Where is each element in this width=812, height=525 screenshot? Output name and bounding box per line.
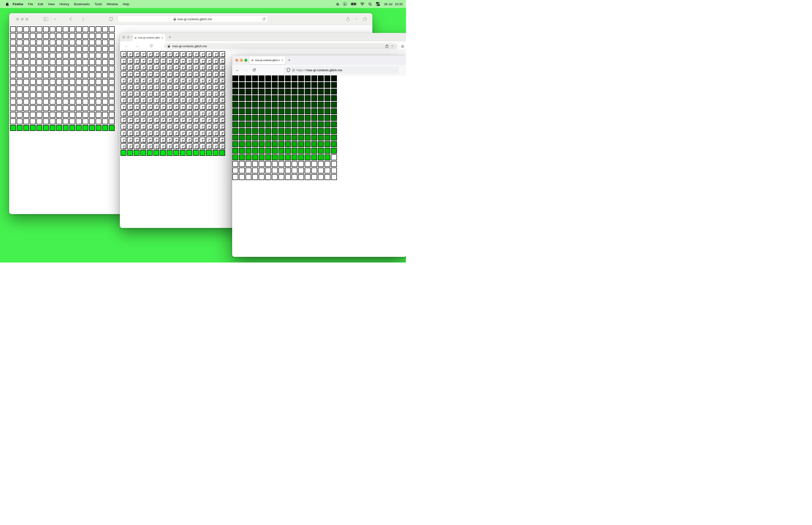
chrome-address-bar[interactable]: max-gl-contexts.glitch.me ☆ xyxy=(164,43,398,49)
battery-charging-icon[interactable] xyxy=(351,3,356,5)
google-icon[interactable]: G xyxy=(336,2,339,6)
grid-cell xyxy=(76,33,82,39)
broken-image-icon: ×ˇ xyxy=(169,126,172,129)
broken-image-icon: ×ˇ xyxy=(169,106,172,109)
minimize-button[interactable] xyxy=(21,18,24,21)
grid-cell: ×ˇ xyxy=(121,64,126,70)
lock-icon[interactable] xyxy=(292,70,294,72)
broken-image-icon: ×ˇ xyxy=(202,67,205,70)
forward-button[interactable]: → xyxy=(135,44,139,48)
forward-button[interactable] xyxy=(82,13,85,25)
grid-cell xyxy=(318,89,324,94)
grid-cell xyxy=(109,112,114,118)
firefox-address-bar[interactable]: https:// max-gl-contexts.glitch.me xyxy=(284,66,399,74)
broken-image-icon: ×ˇ xyxy=(196,54,199,57)
grid-cell: ×ˇ xyxy=(193,137,199,142)
grid-cell xyxy=(246,75,251,81)
grid-cell xyxy=(82,99,88,105)
reload-button[interactable] xyxy=(252,65,256,75)
grid-cell xyxy=(324,95,330,101)
grid-cell xyxy=(278,95,284,101)
wifi-icon[interactable] xyxy=(360,2,364,6)
chrome-tab-strip: ∞ max-gl-contexts.glitch.me × + xyxy=(120,33,406,41)
broken-image-icon: ×ˇ xyxy=(209,126,212,129)
grid-cell xyxy=(56,105,62,111)
grid-cell xyxy=(82,40,88,45)
close-button[interactable] xyxy=(122,36,125,39)
broken-image-icon: ×ˇ xyxy=(202,126,205,129)
menu-app-name[interactable]: Firefox xyxy=(10,2,26,6)
grid-cell: ×ˇ xyxy=(206,91,212,96)
chevron-down-icon[interactable] xyxy=(54,18,56,20)
back-button[interactable]: ← xyxy=(235,65,240,75)
grid-cell xyxy=(259,141,264,147)
forward-button[interactable]: → xyxy=(244,65,248,75)
grid-cell xyxy=(285,75,291,81)
menu-view[interactable]: View xyxy=(46,2,57,6)
grid-cell xyxy=(298,141,304,147)
tab-close-icon[interactable]: × xyxy=(162,36,163,40)
broken-image-icon: ×ˇ xyxy=(196,87,199,90)
grid-cell xyxy=(49,52,56,59)
broken-image-icon: ×ˇ xyxy=(143,126,146,129)
grid-cell: ×ˇ xyxy=(140,117,146,123)
tab-close-icon[interactable]: × xyxy=(281,59,283,62)
menu-tools[interactable]: Tools xyxy=(92,2,105,6)
firefox-active-tab[interactable]: ∞ max-gl-contexts.glitch.me/ × xyxy=(249,56,286,64)
apple-menu-icon[interactable] xyxy=(3,2,10,6)
share-icon[interactable] xyxy=(385,44,388,48)
back-button[interactable]: ← xyxy=(124,44,128,48)
grid-cell xyxy=(102,72,108,78)
close-button[interactable] xyxy=(16,18,19,21)
menu-bookmarks[interactable]: Bookmarks xyxy=(72,2,92,6)
back-button[interactable] xyxy=(69,13,72,25)
tab-overview-icon[interactable] xyxy=(363,17,367,21)
share-icon[interactable] xyxy=(346,17,350,21)
zoom-button[interactable] xyxy=(244,59,247,62)
menu-window[interactable]: Window xyxy=(104,2,120,6)
broken-image-icon: ×ˇ xyxy=(182,73,185,76)
search-icon[interactable] xyxy=(368,2,372,6)
grid-cell: ×ˇ xyxy=(219,58,225,64)
grid-cell: ×ˇ xyxy=(147,51,153,57)
new-tab-button[interactable]: + xyxy=(169,33,171,41)
menu-file[interactable]: File xyxy=(26,2,35,6)
grid-cell: ×ˇ xyxy=(199,117,205,123)
grid-cell: ×ˇ xyxy=(140,84,146,90)
bookmark-star-icon[interactable]: ☆ xyxy=(391,44,394,48)
extensions-puzzle-icon[interactable] xyxy=(401,44,405,48)
zoom-button[interactable] xyxy=(25,18,28,21)
new-tab-icon[interactable]: + xyxy=(355,16,357,21)
play-circle-icon[interactable]: ▶ xyxy=(343,2,347,6)
broken-image-icon: ×ˇ xyxy=(156,113,159,116)
grid-cell xyxy=(331,148,337,154)
grid-cell xyxy=(23,79,29,85)
menubar-clock[interactable]: 10:32 xyxy=(395,2,403,6)
broken-image-icon: ×ˇ xyxy=(130,119,133,122)
control-center-icon[interactable] xyxy=(376,2,380,6)
grid-cell: ×ˇ xyxy=(160,124,166,130)
safari-address-bar[interactable]: max-gl-contexts.glitch.me xyxy=(118,15,268,22)
broken-image-icon: ×ˇ xyxy=(169,87,172,90)
shield-icon[interactable] xyxy=(109,13,113,25)
grid-cell: ×ˇ xyxy=(213,137,218,142)
minimize-button[interactable] xyxy=(127,36,130,39)
menubar-date[interactable]: 26 Jul xyxy=(384,2,393,6)
new-tab-button[interactable]: + xyxy=(288,56,290,65)
grid-cell xyxy=(285,102,291,108)
reload-icon[interactable] xyxy=(262,17,266,21)
reload-button[interactable] xyxy=(150,44,153,48)
grid-cell xyxy=(69,99,75,105)
menu-history[interactable]: History xyxy=(57,2,72,6)
menu-edit[interactable]: Edit xyxy=(35,2,46,6)
close-button[interactable] xyxy=(235,59,238,62)
sidebar-toggle-icon[interactable] xyxy=(44,17,48,21)
broken-image-icon: ×ˇ xyxy=(150,106,153,109)
grid-cell xyxy=(324,115,330,121)
menu-help[interactable]: Help xyxy=(120,2,132,6)
broken-image-icon: ×ˇ xyxy=(143,87,146,90)
tracking-shield-icon[interactable] xyxy=(287,68,290,72)
grid-cell: ×ˇ xyxy=(153,97,159,103)
minimize-button[interactable] xyxy=(240,59,243,62)
chrome-active-tab[interactable]: ∞ max-gl-contexts.glitch.me × xyxy=(133,34,165,41)
